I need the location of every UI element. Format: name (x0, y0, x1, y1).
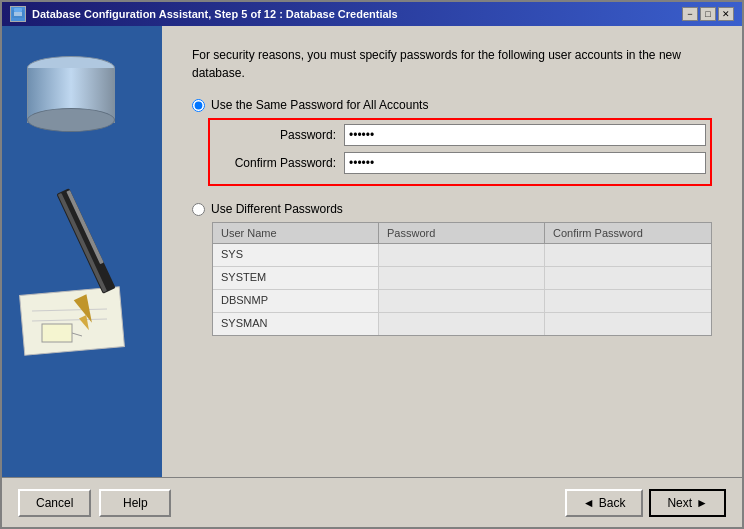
radio-different-input[interactable] (192, 203, 205, 216)
barrel-bottom (27, 108, 115, 132)
table-row: SYSTEM (213, 267, 711, 290)
cell-dbsnmp-username: DBSNMP (213, 290, 379, 312)
window-controls: − □ ✕ (682, 7, 734, 21)
confirm-password-row: Confirm Password: (214, 152, 706, 174)
left-panel (2, 26, 162, 477)
radio-same-label: Use the Same Password for All Accounts (211, 98, 428, 112)
users-table: User Name Password Confirm Password SYS … (212, 222, 712, 336)
cell-system-confirm[interactable] (545, 267, 711, 289)
col-username: User Name (213, 223, 379, 243)
help-button[interactable]: Help (99, 489, 171, 517)
radio-same-option[interactable]: Use the Same Password for All Accounts (192, 98, 712, 112)
radio-same-group: Use the Same Password for All Accounts P… (192, 98, 712, 190)
cell-sysman-username: SYSMAN (213, 313, 379, 335)
col-password: Password (379, 223, 545, 243)
table-row: SYS (213, 244, 711, 267)
cell-dbsnmp-confirm[interactable] (545, 290, 711, 312)
cell-sys-password[interactable] (379, 244, 545, 266)
pen-illustration (17, 176, 157, 356)
right-panel: For security reasons, you must specify p… (162, 26, 742, 477)
radio-different-option[interactable]: Use Different Passwords (192, 202, 712, 216)
table-header: User Name Password Confirm Password (213, 223, 711, 244)
confirm-password-label: Confirm Password: (214, 156, 344, 170)
window-title: Database Configuration Assistant, Step 5… (32, 8, 676, 20)
close-button[interactable]: ✕ (718, 7, 734, 21)
svg-rect-8 (58, 193, 107, 293)
svg-rect-12 (42, 324, 72, 342)
radio-different-group: Use Different Passwords User Name Passwo… (192, 202, 712, 336)
col-confirm: Confirm Password (545, 223, 711, 243)
radio-different-label: Use Different Passwords (211, 202, 343, 216)
bottom-bar: Cancel Help ◄ Back Next ► (2, 477, 742, 527)
database-icon (27, 56, 117, 131)
back-button[interactable]: ◄ Back (565, 489, 644, 517)
bottom-left-buttons: Cancel Help (18, 489, 171, 517)
table-row: DBSNMP (213, 290, 711, 313)
main-window: Database Configuration Assistant, Step 5… (0, 0, 744, 529)
password-label: Password: (214, 128, 344, 142)
cell-system-password[interactable] (379, 267, 545, 289)
back-arrow-icon: ◄ (583, 496, 595, 510)
app-icon (10, 6, 26, 22)
cell-system-username: SYSTEM (213, 267, 379, 289)
cell-sysman-password[interactable] (379, 313, 545, 335)
next-arrow-icon: ► (696, 496, 708, 510)
minimize-button[interactable]: − (682, 7, 698, 21)
maximize-button[interactable]: □ (700, 7, 716, 21)
cell-sysman-confirm[interactable] (545, 313, 711, 335)
next-button[interactable]: Next ► (649, 489, 726, 517)
bottom-right-buttons: ◄ Back Next ► (565, 489, 726, 517)
next-label: Next (667, 496, 692, 510)
cell-dbsnmp-password[interactable] (379, 290, 545, 312)
back-label: Back (599, 496, 626, 510)
confirm-password-input[interactable] (344, 152, 706, 174)
main-content: For security reasons, you must specify p… (2, 26, 742, 477)
radio-same-input[interactable] (192, 99, 205, 112)
pen-svg (17, 176, 157, 356)
cell-sys-username: SYS (213, 244, 379, 266)
description-text: For security reasons, you must specify p… (192, 46, 712, 82)
decorative-image (17, 46, 147, 416)
table-row: SYSMAN (213, 313, 711, 335)
cancel-button[interactable]: Cancel (18, 489, 91, 517)
svg-rect-1 (14, 8, 22, 12)
password-row: Password: (214, 124, 706, 146)
cell-sys-confirm[interactable] (545, 244, 711, 266)
same-password-fields: Password: Confirm Password: (214, 124, 706, 174)
title-bar: Database Configuration Assistant, Step 5… (2, 2, 742, 26)
password-input[interactable] (344, 124, 706, 146)
password-highlight-box: Password: Confirm Password: (208, 118, 712, 186)
